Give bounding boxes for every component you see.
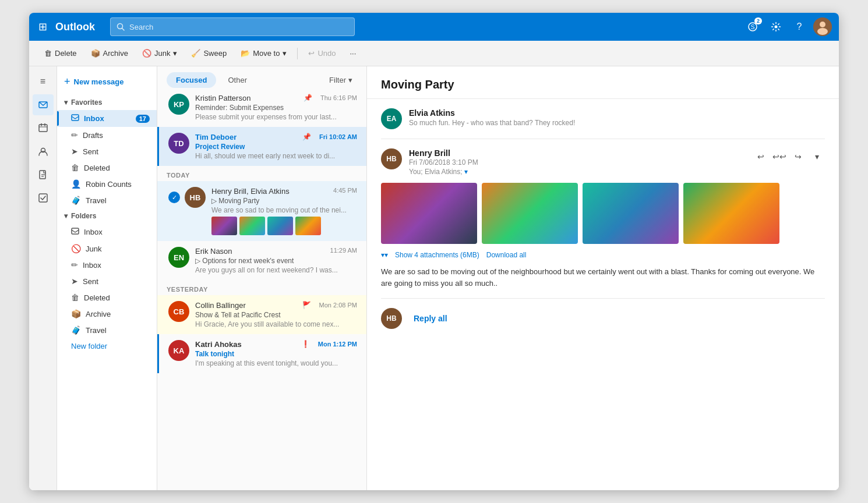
sidebar-icon-tasks[interactable] bbox=[33, 187, 54, 208]
sidebar-robin-counts-label: Robin Counts bbox=[86, 180, 132, 189]
thread-sender-elvia: Elvia Atkins bbox=[409, 108, 825, 118]
sidebar-item-inbox[interactable]: Inbox 17 bbox=[57, 110, 157, 127]
folder-item-inbox2[interactable]: ✏ Inbox bbox=[57, 257, 157, 273]
yesterday-group-label: Yesterday bbox=[157, 280, 366, 295]
reading-title: Moving Party bbox=[381, 78, 825, 91]
email-item-erik[interactable]: EN Erik Nason 11:29 AM ▷ Options for nex… bbox=[157, 241, 366, 280]
folder-item-archive[interactable]: 📦 Archive bbox=[57, 306, 157, 322]
filter-button[interactable]: Filter ▾ bbox=[324, 73, 357, 87]
svg-rect-18 bbox=[39, 194, 47, 202]
sidebar-item-sent[interactable]: ➤ Sent bbox=[57, 143, 157, 160]
settings-icon[interactable] bbox=[767, 17, 785, 36]
email-thumb-3 bbox=[267, 217, 293, 235]
folder-item-deleted[interactable]: 🗑 Deleted bbox=[57, 289, 157, 306]
delete-icon: 🗑 bbox=[44, 49, 52, 58]
sidebar-icon-calendar[interactable] bbox=[33, 118, 54, 139]
folders-section-header[interactable]: ▾ Folders bbox=[57, 208, 157, 224]
email-time-tim: Fri 10:02 AM bbox=[319, 133, 357, 140]
thread-time-henry: Fri 7/06/2018 3:10 PM bbox=[409, 158, 746, 167]
sweep-button[interactable]: 🧹 Sweep bbox=[185, 47, 232, 60]
email-item-henry[interactable]: ✓ HB Henry Brill, Elvia Atkins 4:45 PM ▷… bbox=[157, 181, 366, 241]
email-preview-kristin: Please submit your expenses from your la… bbox=[195, 113, 357, 121]
sidebar-toggle-button[interactable]: ≡ bbox=[33, 71, 54, 92]
show-attachments-label[interactable]: Show 4 attachments (6MB) bbox=[395, 251, 479, 259]
thread-item-elvia: EA Elvia Atkins So much fun. Hey - who w… bbox=[381, 99, 825, 139]
sidebar-item-travel[interactable]: 🧳 Travel bbox=[57, 192, 157, 208]
folder-item-inbox[interactable]: Inbox bbox=[57, 224, 157, 240]
folder-item-junk[interactable]: 🚫 Junk bbox=[57, 240, 157, 257]
reply-action-button[interactable]: ↩ bbox=[753, 148, 769, 165]
user-avatar[interactable] bbox=[813, 17, 832, 36]
folder-deleted-icon: 🗑 bbox=[71, 293, 79, 302]
email-item-collin[interactable]: CB Collin Ballinger 🚩 Mon 2:08 PM Show &… bbox=[157, 295, 366, 334]
sidebar-deleted-label: Deleted bbox=[84, 164, 110, 172]
undo-button[interactable]: ↩ Undo bbox=[302, 47, 341, 60]
new-message-button[interactable]: + New message bbox=[57, 71, 157, 95]
thread-image-3 bbox=[583, 183, 679, 244]
thread-recipients-henry: You; Elvia Atkins; ▾ bbox=[409, 168, 746, 176]
thread-body-henry: We are so sad to be moving out of the ne… bbox=[381, 266, 825, 289]
sidebar-icon-people[interactable] bbox=[33, 141, 54, 162]
delete-button[interactable]: 🗑 Delete bbox=[38, 47, 83, 60]
email-thumb-4 bbox=[295, 217, 321, 235]
thread-attachments: ▾▾ Show 4 attachments (6MB) Download all bbox=[381, 251, 825, 259]
favorites-section-header[interactable]: ▾ Favorites bbox=[57, 95, 157, 110]
svg-rect-10 bbox=[39, 125, 47, 132]
sidebar-item-deleted[interactable]: 🗑 Deleted bbox=[57, 160, 157, 176]
badge-count: 2 bbox=[754, 17, 762, 24]
email-item-kristin[interactable]: KP Kristin Patterson 📌 Thu 6:16 PM Remin… bbox=[157, 88, 366, 127]
recipients-expand-chevron[interactable]: ▾ bbox=[464, 168, 468, 176]
help-icon[interactable]: ? bbox=[790, 17, 809, 36]
avatar-katri: KA bbox=[168, 340, 189, 361]
move-to-button[interactable]: 📂 Move to ▾ bbox=[235, 47, 292, 60]
sidebar-item-robin-counts[interactable]: 👤 Robin Counts bbox=[57, 176, 157, 192]
new-folder-link[interactable]: New folder bbox=[57, 338, 157, 354]
folders-chevron-icon: ▾ bbox=[64, 212, 68, 220]
sidebar-item-drafts[interactable]: ✏ Drafts bbox=[57, 127, 157, 143]
email-header-kristin: Kristin Patterson 📌 Thu 6:16 PM bbox=[195, 94, 357, 102]
email-time-katri: Mon 1:12 PM bbox=[318, 341, 357, 348]
move-to-icon: 📂 bbox=[241, 49, 250, 58]
sidebar-icon-mail[interactable] bbox=[33, 94, 54, 115]
sidebar-drafts-label: Drafts bbox=[83, 131, 103, 140]
reply-all-button[interactable]: Reply all bbox=[409, 311, 452, 325]
avatar-erik: EN bbox=[168, 247, 189, 268]
avatar-tim: TD bbox=[168, 133, 189, 154]
email-header-collin: Collin Ballinger 🚩 Mon 2:08 PM bbox=[195, 301, 357, 310]
folder-item-travel[interactable]: 🧳 Travel bbox=[57, 322, 157, 338]
email-subject-kristin: Reminder: Submit Expenses bbox=[195, 104, 357, 112]
tab-focused[interactable]: Focused bbox=[167, 72, 216, 88]
forward-action-button[interactable]: ↪ bbox=[790, 148, 806, 165]
expand-action-button[interactable]: ▾ bbox=[809, 148, 825, 165]
waffle-icon[interactable]: ⊞ bbox=[36, 18, 50, 36]
junk-chevron-icon: ▾ bbox=[173, 49, 177, 58]
thread-meta-elvia: Elvia Atkins So much fun. Hey - who was … bbox=[409, 108, 825, 127]
email-header-erik: Erik Nason 11:29 AM bbox=[195, 247, 357, 256]
pin-icon-tim: 📌 bbox=[302, 133, 311, 141]
sidebar-icon-files[interactable] bbox=[33, 164, 54, 185]
email-item-tim[interactable]: TD Tim Deboer 📌 Fri 10:02 AM Project Rev… bbox=[157, 127, 366, 166]
tab-other[interactable]: Other bbox=[218, 72, 256, 88]
deleted-icon: 🗑 bbox=[71, 163, 79, 172]
thread-meta-henry: Henry Brill Fri 7/06/2018 3:10 PM You; E… bbox=[409, 148, 746, 176]
search-box[interactable]: Search bbox=[110, 17, 355, 36]
folder-travel-icon: 🧳 bbox=[71, 325, 81, 335]
archive-button[interactable]: 📦 Archive bbox=[85, 47, 134, 60]
thread-avatar-henry: HB bbox=[381, 148, 402, 169]
email-header-henry: Henry Brill, Elvia Atkins 4:45 PM bbox=[211, 187, 357, 196]
email-subject-katri: Talk tonight bbox=[195, 350, 357, 358]
reply-all-action-button[interactable]: ↩↩ bbox=[771, 148, 788, 165]
folder-inbox-icon bbox=[71, 227, 79, 237]
skype-icon[interactable]: S 2 bbox=[743, 17, 762, 36]
svg-line-1 bbox=[122, 29, 125, 31]
thread-item-henry: HB Henry Brill Fri 7/06/2018 3:10 PM You… bbox=[381, 139, 825, 299]
email-item-katri[interactable]: KA Katri Ahokas ❗ Mon 1:12 PM Talk tonig… bbox=[157, 334, 366, 373]
junk-button[interactable]: 🚫 Junk ▾ bbox=[136, 47, 183, 60]
sidebar: ≡ bbox=[29, 66, 157, 490]
folder-item-sent[interactable]: ➤ Sent bbox=[57, 273, 157, 289]
email-thread: EA Elvia Atkins So much fun. Hey - who w… bbox=[367, 99, 839, 338]
download-all-label[interactable]: Download all bbox=[486, 251, 527, 259]
email-time-henry: 4:45 PM bbox=[333, 187, 357, 194]
email-sender-kristin: Kristin Patterson bbox=[195, 94, 250, 102]
more-actions-button[interactable]: ··· bbox=[344, 47, 362, 60]
